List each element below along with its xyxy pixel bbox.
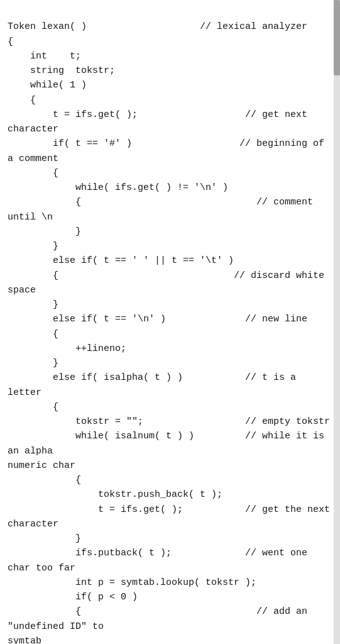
scrollbar-thumb[interactable] xyxy=(334,0,340,75)
code-block: Token lexan( ) // lexical analyzer { int… xyxy=(0,0,340,644)
scrollbar[interactable] xyxy=(334,0,340,644)
code-line-1: Token lexan( ) // lexical analyzer { int… xyxy=(8,21,336,644)
